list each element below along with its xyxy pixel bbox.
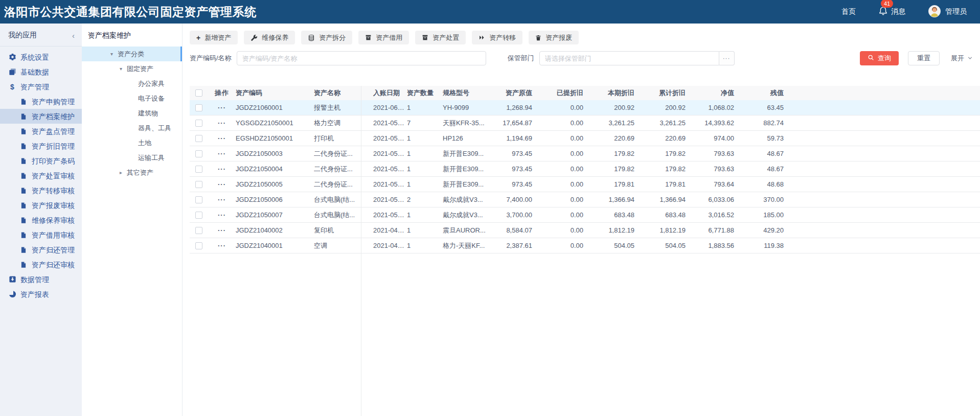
sidebar-item[interactable]: 资产借用审核 — [0, 227, 82, 242]
tree-node[interactable]: 运输工具 — [82, 150, 182, 165]
table-row[interactable]: ··· YGSGDZ21050001 格力空调 2021-05-31 7 天丽K… — [190, 115, 980, 131]
toolbar-button[interactable]: + 新增资产 — [190, 31, 238, 44]
archive-box-icon — [422, 34, 428, 41]
toolbar-button[interactable]: 资产借用 — [358, 31, 409, 44]
sidebar-item[interactable]: 维修保养审核 — [0, 213, 82, 227]
user-menu[interactable]: 管理员 — [928, 5, 967, 19]
row-checkbox[interactable] — [195, 150, 202, 157]
sidebar-divider — [0, 46, 82, 47]
row-actions-button[interactable]: ··· — [208, 150, 236, 157]
row-actions-button[interactable]: ··· — [208, 242, 236, 249]
table-row[interactable]: ··· EGSHDZ21050001 打印机 2021-05-25 1 HP12… — [190, 131, 980, 146]
sidebar-title: 我的应用 — [8, 31, 37, 40]
row-actions-button[interactable]: ··· — [208, 119, 236, 127]
row-checkbox[interactable] — [195, 227, 202, 234]
tree-node[interactable]: 建筑物 — [82, 106, 182, 121]
row-actions-button[interactable]: ··· — [208, 165, 236, 173]
document-icon — [19, 142, 28, 150]
tree-node[interactable]: ▾ 固定资产 — [82, 61, 182, 76]
table-row[interactable]: ··· JGDZ21050003 二代身份证... 2021-05-17 1 新… — [190, 146, 980, 161]
sidebar-item[interactable]: 资产处置审核 — [0, 168, 82, 183]
table-row[interactable]: ··· JGDZ21050005 二代身份证... 2021-05-17 1 新… — [190, 177, 980, 192]
row-checkbox[interactable] — [195, 181, 202, 188]
sidebar-item[interactable]: 基础数据 — [0, 64, 82, 79]
row-actions-button[interactable]: ··· — [208, 226, 236, 234]
sidebar-item[interactable]: $ 资产管理 — [0, 79, 82, 94]
sidebar-item[interactable]: 资产申购管理 — [0, 94, 82, 109]
col-date: 入账日期 — [361, 88, 405, 98]
sidebar-item[interactable]: 数据管理 — [0, 272, 82, 287]
coins-icon — [308, 34, 315, 41]
tree-node[interactable]: 土地 — [82, 135, 182, 150]
tree-node[interactable]: ▾ 资产分类 — [82, 47, 182, 61]
tree-caret-icon[interactable]: ▾ — [110, 51, 118, 57]
tree-node[interactable]: 办公家具 — [82, 76, 182, 91]
row-checkbox[interactable] — [195, 196, 202, 203]
sidebar-item[interactable]: 资产归还审核 — [0, 257, 82, 272]
col-net: 净值 — [689, 88, 738, 98]
nav-home[interactable]: 首页 — [841, 7, 856, 16]
row-actions-button[interactable]: ··· — [208, 196, 236, 203]
sidebar-item[interactable]: 系统设置 — [0, 50, 82, 64]
tree-node[interactable]: 器具、工具 — [82, 121, 182, 135]
document-icon — [19, 98, 28, 106]
row-checkbox[interactable] — [195, 104, 202, 111]
tree-panel-title: 资产档案维护 — [82, 24, 182, 47]
nav-messages[interactable]: 41 消息 — [878, 6, 905, 17]
dollar-icon: $ — [8, 83, 16, 91]
app-header: 洛阳市公共交通集团有限公司固定资产管理系统 首页 41 消息 管理员 — [0, 0, 980, 24]
toolbar-button[interactable]: 资产报废 — [529, 31, 579, 44]
sidebar-item[interactable]: 资产折旧管理 — [0, 138, 82, 153]
document-icon — [19, 231, 28, 239]
expand-filters-button[interactable]: 展开 — [951, 54, 973, 63]
custody-dept-input[interactable] — [539, 51, 719, 65]
tree-caret-icon[interactable]: ▸ — [120, 170, 127, 175]
asset-code-label: 资产编码/名称 — [190, 54, 232, 63]
dept-picker-button[interactable]: ··· — [719, 51, 735, 65]
tree-caret-icon[interactable]: ▾ — [120, 66, 127, 72]
toolbar-button[interactable]: 资产转移 — [472, 31, 522, 44]
sidebar-collapse-icon[interactable]: ‹ — [72, 31, 75, 40]
sidebar-item[interactable]: 资产转移审核 — [0, 183, 82, 198]
table-row[interactable]: ··· JGDZ21060001 报警主机 2021-06-21 1 YH-90… — [190, 100, 980, 115]
table-row[interactable]: ··· JGDZ21040001 空调 2021-04-21 1 格力-天丽KF… — [190, 238, 980, 253]
custody-dept-label: 保管部门 — [508, 54, 534, 63]
document-icon — [19, 216, 28, 224]
toolbar-button[interactable]: 维修保养 — [244, 31, 295, 44]
tree-node[interactable]: ▸ 其它资产 — [82, 165, 182, 180]
row-checkbox[interactable] — [195, 212, 202, 219]
sidebar-item[interactable]: 资产报表 — [0, 287, 82, 302]
reset-button[interactable]: 重置 — [908, 51, 940, 65]
tree-panel: 资产档案维护 ▾ 资产分类 ▾ 固定资产 办公家具 电子设备 建筑物 器具、工具… — [82, 24, 183, 416]
asset-code-input[interactable] — [237, 51, 486, 65]
row-actions-button[interactable]: ··· — [208, 134, 236, 142]
sidebar-item[interactable]: 资产报废审核 — [0, 198, 82, 213]
avatar — [928, 5, 941, 19]
row-checkbox[interactable] — [195, 135, 202, 142]
row-checkbox[interactable] — [195, 120, 202, 127]
tree-node[interactable]: 电子设备 — [82, 91, 182, 106]
sidebar-item[interactable]: 资产档案维护 — [0, 109, 82, 124]
toolbar-button[interactable]: 资产拆分 — [301, 31, 352, 44]
bell-icon — [878, 6, 888, 17]
sidebar-item[interactable]: 打印资产条码 — [0, 153, 82, 168]
table-row[interactable]: ··· JGDZ21050007 台式电脑(结... 2021-05-17 1 … — [190, 207, 980, 223]
double-arrow-icon — [478, 34, 485, 41]
col-dep-acc: 累计折旧 — [638, 88, 689, 98]
row-checkbox[interactable] — [195, 166, 202, 173]
select-all-checkbox[interactable] — [195, 89, 202, 97]
sidebar-item[interactable]: 资产盘点管理 — [0, 124, 82, 138]
row-actions-button[interactable]: ··· — [208, 104, 236, 111]
toolbar-button[interactable]: 资产处置 — [415, 31, 466, 44]
table-row[interactable]: ··· JGDZ21040002 复印机 2021-04-23 1 震旦AURO… — [190, 223, 980, 238]
pie-chart-icon — [8, 290, 16, 298]
query-button[interactable]: 查询 — [860, 51, 899, 65]
row-actions-button[interactable]: ··· — [208, 180, 236, 188]
table-row[interactable]: ··· JGDZ21050004 二代身份证... 2021-05-17 1 新… — [190, 161, 980, 177]
main-content: + 新增资产 维修保养 资产拆分 资产借用 资产处置 资产转移 资产报废 资产编… — [183, 24, 980, 416]
row-actions-button[interactable]: ··· — [208, 211, 236, 219]
sidebar-item[interactable]: 资产归还管理 — [0, 242, 82, 257]
row-checkbox[interactable] — [195, 242, 202, 249]
search-icon — [868, 54, 874, 62]
table-row[interactable]: ··· JGDZ21050006 台式电脑(结... 2021-05-17 2 … — [190, 192, 980, 207]
